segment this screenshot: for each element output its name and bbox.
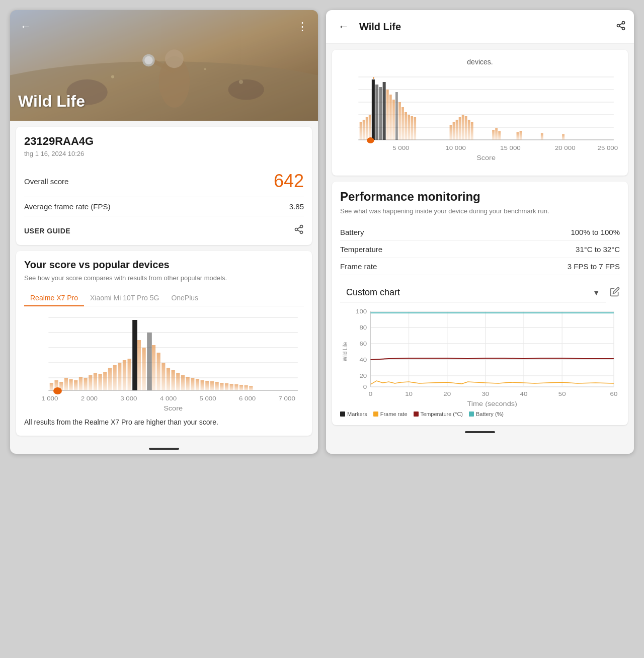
svg-rect-62 xyxy=(234,384,238,390)
svg-text:5 000: 5 000 xyxy=(392,145,409,151)
tab-oneplus[interactable]: OnePlus xyxy=(165,290,204,306)
edit-icon[interactable] xyxy=(610,287,620,299)
left-share-button[interactable]: ⋮ xyxy=(293,18,312,35)
svg-text:Wild Life: Wild Life xyxy=(342,342,349,361)
svg-text:40: 40 xyxy=(359,357,367,363)
left-screen: ← ⋮ Wild Life 23129RAA4G thg 1 16, 2024 … xyxy=(10,10,318,454)
frame-rate-label: Frame rate xyxy=(340,262,377,271)
svg-text:10: 10 xyxy=(405,391,413,397)
temperature-dot xyxy=(414,412,419,417)
custom-chart-select[interactable]: Custom chart ▼ xyxy=(340,283,606,302)
svg-point-66 xyxy=(53,387,62,394)
svg-rect-45 xyxy=(152,345,155,390)
markers-label: Markers xyxy=(347,411,367,417)
perf-title: Performance monitoring xyxy=(340,190,620,204)
perf-monitor-card: Performance monitoring See what was happ… xyxy=(332,182,628,425)
right-dist-chart: 5 000 10 000 15 000 20 000 25 000 Score xyxy=(340,72,620,168)
devices-text: devices. xyxy=(340,58,620,66)
svg-rect-36 xyxy=(108,368,112,390)
svg-rect-97 xyxy=(392,100,395,140)
svg-text:15 000: 15 000 xyxy=(500,145,521,151)
tab-xiaomi[interactable]: Xiaomi Mi 10T Pro 5G xyxy=(84,290,165,306)
timestamp: thg 1 16, 2024 10:26 xyxy=(24,150,304,157)
battery-label: Battery xyxy=(340,228,364,236)
svg-text:1 000: 1 000 xyxy=(41,395,58,402)
chart-legend: Markers Frame rate Temperature (°C) Batt… xyxy=(340,411,620,417)
svg-rect-90 xyxy=(369,115,371,140)
overall-score-value: 642 xyxy=(274,171,304,192)
svg-rect-32 xyxy=(89,375,92,390)
fps-row: Average frame rate (FPS) 3.85 xyxy=(24,197,304,216)
frame-rate-legend-label: Frame rate xyxy=(380,411,408,417)
svg-rect-65 xyxy=(249,386,253,390)
custom-chart-row: Custom chart ▼ xyxy=(340,283,620,302)
svg-text:4 000: 4 000 xyxy=(160,395,177,402)
svg-text:60: 60 xyxy=(359,341,367,347)
right-header: ← Wild Life xyxy=(326,10,634,44)
svg-rect-64 xyxy=(245,385,248,390)
svg-point-77 xyxy=(622,27,625,30)
svg-rect-34 xyxy=(98,374,102,390)
svg-point-14 xyxy=(295,228,298,231)
fps-label: Average frame rate (FPS) xyxy=(24,202,110,211)
svg-rect-88 xyxy=(363,120,365,140)
right-share-button[interactable] xyxy=(616,21,626,33)
svg-rect-59 xyxy=(220,383,223,390)
tab-realme[interactable]: Realme X7 Pro xyxy=(24,290,84,306)
svg-text:6 000: 6 000 xyxy=(239,395,256,402)
svg-rect-38 xyxy=(118,363,121,390)
svg-rect-40 xyxy=(127,359,131,390)
user-guide-row: USER GUIDE xyxy=(24,218,304,237)
svg-text:5 000: 5 000 xyxy=(199,395,216,402)
svg-rect-118 xyxy=(541,133,543,140)
svg-rect-58 xyxy=(215,382,219,390)
score-dist-card: devices. xyxy=(332,50,628,176)
legend-markers: Markers xyxy=(340,411,367,417)
svg-text:0: 0 xyxy=(369,391,373,397)
markers-dot xyxy=(340,412,345,417)
device-id: 23129RAA4G xyxy=(24,135,304,148)
svg-rect-56 xyxy=(205,381,209,390)
svg-rect-103 xyxy=(411,116,413,140)
comparison-tabs: Realme X7 Pro Xiaomi Mi 10T Pro 5G OnePl… xyxy=(24,290,304,306)
svg-rect-24 xyxy=(50,383,53,390)
svg-text:25 000: 25 000 xyxy=(598,145,618,151)
svg-rect-117 xyxy=(520,131,522,140)
svg-text:Score: Score xyxy=(476,154,496,161)
svg-rect-113 xyxy=(492,130,495,140)
custom-chart-label: Custom chart xyxy=(346,287,400,298)
svg-rect-109 xyxy=(462,115,464,140)
svg-text:20: 20 xyxy=(359,373,367,379)
svg-rect-50 xyxy=(176,373,180,390)
legend-battery: Battery (%) xyxy=(469,411,504,417)
left-chart: 1 000 2 000 3 000 4 000 5 000 6 000 7 00… xyxy=(24,312,304,413)
svg-rect-87 xyxy=(360,122,362,140)
svg-rect-119 xyxy=(562,134,565,140)
user-guide-share-icon[interactable] xyxy=(294,224,304,237)
svg-rect-46 xyxy=(156,353,160,390)
svg-rect-44 xyxy=(147,333,152,390)
svg-rect-108 xyxy=(459,117,461,140)
svg-rect-110 xyxy=(465,116,467,140)
svg-rect-96 xyxy=(389,95,392,140)
svg-rect-53 xyxy=(191,378,194,390)
svg-text:20: 20 xyxy=(443,391,451,397)
svg-rect-91 xyxy=(372,79,375,140)
svg-text:30: 30 xyxy=(481,391,489,397)
svg-rect-63 xyxy=(239,385,243,390)
right-content: devices. xyxy=(326,44,634,454)
svg-rect-89 xyxy=(366,117,368,140)
overall-score-row: Overall score 642 xyxy=(24,166,304,197)
right-back-button[interactable]: ← xyxy=(334,18,353,35)
svg-rect-95 xyxy=(386,90,389,140)
left-back-button[interactable]: ← xyxy=(16,18,35,35)
svg-rect-52 xyxy=(186,377,190,390)
svg-text:Time (seconds): Time (seconds) xyxy=(467,400,517,407)
svg-rect-98 xyxy=(395,92,398,140)
svg-rect-112 xyxy=(471,122,473,140)
temperature-value: 31°C to 32°C xyxy=(576,245,620,254)
svg-rect-107 xyxy=(456,120,458,140)
comparison-subtitle: See how your score compares with results… xyxy=(24,274,304,283)
left-hero-title: Wild Life xyxy=(18,92,85,111)
svg-rect-105 xyxy=(450,125,452,140)
